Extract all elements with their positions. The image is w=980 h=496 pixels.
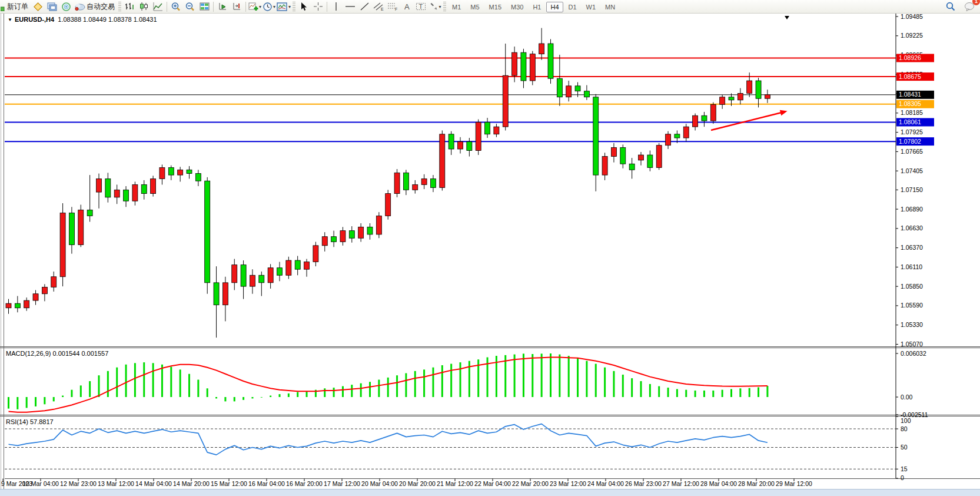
zoom-out-icon[interactable] — [183, 1, 197, 12]
tile-windows-icon[interactable] — [197, 1, 211, 12]
svg-text:1.08675: 1.08675 — [899, 73, 921, 80]
toolbar-separator — [167, 2, 167, 12]
svg-text:27 Mar 12:00: 27 Mar 12:00 — [663, 480, 699, 487]
svg-text:14 Mar 04:00: 14 Mar 04:00 — [135, 480, 172, 487]
svg-text:10 Mar 04:00: 10 Mar 04:00 — [22, 480, 59, 487]
timeframe-button-M1[interactable]: M1 — [448, 2, 465, 12]
chart-ohlc-title: ▼EURUSD-,H4 1.08388 1.08449 1.08378 1.08… — [8, 16, 157, 23]
expand-arrow-icon[interactable]: ▼ — [8, 17, 12, 22]
chart-shift-icon[interactable] — [230, 1, 244, 12]
fibonacci-icon[interactable]: F — [386, 1, 400, 12]
svg-text:15: 15 — [901, 465, 908, 472]
macd-indicator-label: MACD(12,26,9) 0.001544 0.001557 — [6, 350, 108, 357]
periods-icon[interactable]: ▾ — [262, 1, 276, 12]
search-icon[interactable] — [944, 1, 958, 12]
notification-badge: 1 — [972, 0, 980, 5]
svg-text:1.05850: 1.05850 — [901, 283, 923, 290]
svg-text:1.07405: 1.07405 — [901, 167, 923, 174]
text-icon[interactable]: A — [400, 1, 414, 12]
svg-text:26 Mar 23:00: 26 Mar 23:00 — [625, 480, 662, 487]
svg-text:12 Mar 23:00: 12 Mar 23:00 — [60, 480, 97, 487]
svg-text:1.08926: 1.08926 — [899, 54, 921, 61]
svg-text:T: T — [419, 3, 423, 10]
svg-text:50: 50 — [901, 444, 908, 451]
svg-text:1.07925: 1.07925 — [901, 128, 923, 135]
svg-text:1.07150: 1.07150 — [901, 186, 923, 193]
text-label-icon[interactable]: T — [414, 1, 428, 12]
timeframe-button-H1[interactable]: H1 — [529, 2, 545, 12]
svg-text:1.08431: 1.08431 — [899, 91, 921, 98]
auto-scroll-icon[interactable] — [215, 1, 230, 12]
svg-text:1.05330: 1.05330 — [901, 321, 923, 328]
horizontal-line-icon[interactable] — [343, 1, 357, 12]
svg-text:1.05590: 1.05590 — [901, 302, 923, 309]
arrows-icon[interactable]: ▾ — [428, 1, 442, 12]
symbol-period-label: EURUSD-,H4 — [15, 16, 54, 23]
svg-text:20 Mar 04:00: 20 Mar 04:00 — [361, 480, 398, 487]
svg-text:1.06110: 1.06110 — [901, 263, 922, 270]
equidistant-channel-icon[interactable]: E — [371, 1, 386, 12]
candlestick-chart-icon[interactable] — [137, 1, 151, 12]
svg-text:14 Mar 20:00: 14 Mar 20:00 — [173, 480, 210, 487]
chevron-down-icon: ▾ — [273, 4, 275, 9]
chevron-down-icon: ▾ — [259, 4, 261, 9]
svg-text:1.08305: 1.08305 — [899, 100, 921, 107]
app-icon — [0, 1, 6, 12]
svg-text:0: 0 — [901, 474, 904, 481]
svg-text:28 Mar 20:00: 28 Mar 20:00 — [738, 480, 775, 487]
chart-window[interactable]: 1.094851.092251.089651.087051.084451.081… — [0, 0, 980, 496]
bar-chart-icon[interactable] — [122, 1, 137, 12]
svg-text:1.09485: 1.09485 — [901, 13, 923, 20]
ohlc-values: 1.08388 1.08449 1.08378 1.08431 — [58, 16, 157, 23]
timeframe-button-W1[interactable]: W1 — [582, 2, 600, 12]
rsi-indicator-label: RSI(14) 57.8817 — [6, 418, 54, 425]
timeframe-group: M1M5M15M30H1H4D1W1MN — [447, 1, 620, 12]
svg-text:1.06630: 1.06630 — [901, 224, 923, 232]
timeframe-button-M5[interactable]: M5 — [466, 2, 483, 12]
svg-text:29 Mar 12:00: 29 Mar 12:00 — [776, 480, 812, 487]
trendline-icon[interactable] — [357, 1, 371, 12]
cursor-icon[interactable] — [297, 1, 311, 12]
chevron-down-icon: ▾ — [439, 4, 441, 9]
svg-text:1.09225: 1.09225 — [901, 32, 923, 39]
svg-text:22 Mar 04:00: 22 Mar 04:00 — [474, 480, 511, 487]
svg-text:17 Mar 12:00: 17 Mar 12:00 — [324, 480, 360, 487]
svg-text:F: F — [395, 7, 397, 11]
autotrading-button[interactable]: 自动交易 — [73, 1, 117, 12]
market-depth-icon[interactable] — [59, 1, 73, 12]
timeframe-button-M30[interactable]: M30 — [507, 2, 527, 12]
chat-icon[interactable]: 1 — [962, 1, 976, 12]
chevron-down-icon: ▾ — [288, 4, 291, 9]
indicators-icon[interactable]: ▾ — [248, 1, 262, 12]
timeframe-button-H4[interactable]: H4 — [546, 2, 563, 12]
crosshair-icon[interactable] — [311, 1, 325, 12]
toolbar-grip[interactable] — [293, 2, 295, 11]
zoom-in-icon[interactable] — [169, 1, 183, 12]
new-order-button[interactable]: 新订单 — [6, 1, 31, 12]
toolbar-separator — [213, 2, 214, 12]
timeframe-button-MN[interactable]: MN — [601, 2, 619, 12]
svg-text:A: A — [404, 2, 410, 11]
line-chart-icon[interactable] — [151, 1, 165, 12]
svg-text:1.08185: 1.08185 — [901, 109, 923, 116]
templates-icon[interactable]: ▾ — [276, 1, 291, 12]
svg-text:20 Mar 20:00: 20 Mar 20:00 — [399, 480, 436, 487]
svg-text:22 Mar 20:00: 22 Mar 20:00 — [512, 480, 549, 487]
svg-text:0.00: 0.00 — [901, 394, 913, 401]
toolbar-grip[interactable] — [118, 2, 121, 11]
svg-text:23 Mar 12:00: 23 Mar 12:00 — [550, 480, 586, 487]
chart-canvas[interactable]: 1.094851.092251.089651.087051.084451.081… — [0, 0, 980, 496]
new-order-label: 新订单 — [7, 2, 28, 12]
svg-text:1.06370: 1.06370 — [901, 244, 923, 251]
autotrading-label: 自动交易 — [87, 2, 115, 12]
svg-text:E: E — [381, 7, 384, 11]
timeframe-button-D1[interactable]: D1 — [564, 2, 581, 12]
new-chart-icon[interactable] — [31, 1, 45, 12]
svg-text:1.08061: 1.08061 — [899, 118, 921, 125]
timeframe-button-M15[interactable]: M15 — [485, 2, 506, 12]
svg-text:1.07665: 1.07665 — [901, 148, 923, 155]
svg-text:16 Mar 20:00: 16 Mar 20:00 — [286, 480, 323, 487]
profiles-icon[interactable] — [45, 1, 59, 12]
vertical-line-icon[interactable] — [329, 1, 343, 12]
toolbar-grip[interactable] — [443, 2, 446, 11]
